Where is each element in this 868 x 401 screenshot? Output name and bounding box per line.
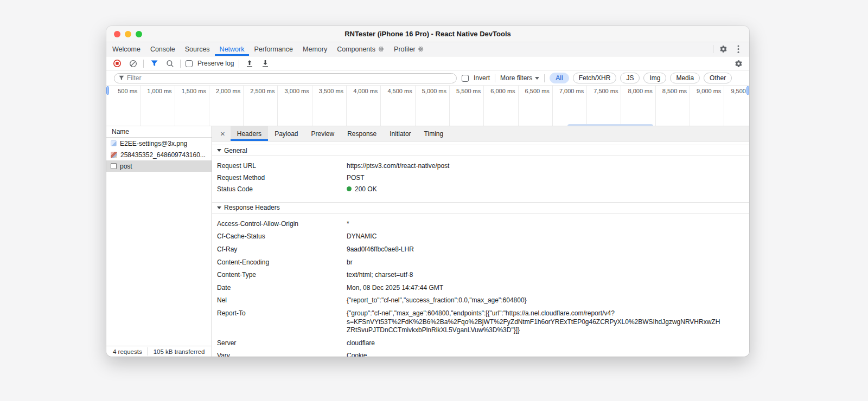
divider: [495, 74, 495, 82]
image-thumbnail-icon: [111, 152, 117, 158]
close-detail-icon[interactable]: ×: [212, 126, 231, 141]
window-titlebar: RNTester (iPhone 16 Pro) - React Native …: [106, 26, 749, 42]
tab-performance[interactable]: Performance: [249, 42, 298, 56]
header-row: Cf-Ray 9aad0f46ffbc0ae8-LHR: [212, 243, 749, 256]
divider: [544, 74, 545, 82]
devtools-settings-gear-icon[interactable]: [718, 44, 729, 55]
timeline-tick: 4,500 ms: [381, 86, 415, 126]
header-row: Report-To {"group":"cf-nel","max_age":60…: [212, 307, 749, 337]
timeline-left-handle[interactable]: [106, 86, 109, 95]
react-logo-icon: [418, 46, 424, 53]
request-list-panel: Name E2EE-settings@3x.png 258435352_6486…: [106, 126, 212, 357]
timeline-tick: 1,000 ms: [141, 86, 175, 126]
status-code-value: 200 OK: [355, 185, 377, 193]
divider: [180, 60, 181, 68]
divider: [143, 60, 144, 68]
header-row: Date Mon, 08 Dec 2025 14:47:44 GMT: [212, 282, 749, 295]
chip-img[interactable]: Img: [643, 73, 666, 83]
timeline-tick: 8,500 ms: [656, 86, 690, 126]
timeline-tick: 3,500 ms: [312, 86, 347, 126]
tab-console[interactable]: Console: [145, 42, 180, 56]
detail-tab-initiator[interactable]: Initiator: [383, 126, 417, 141]
filter-input[interactable]: [127, 74, 452, 82]
clear-network-log-icon[interactable]: [127, 58, 138, 69]
request-row-selected[interactable]: post: [106, 160, 212, 172]
response-headers-section-header[interactable]: Response Headers: [212, 202, 749, 214]
filter-funnel-icon[interactable]: [149, 58, 159, 69]
waterfall-bar-post-gray: [569, 126, 648, 126]
chip-other[interactable]: Other: [704, 73, 732, 83]
tab-memory[interactable]: Memory: [298, 42, 332, 56]
chip-all[interactable]: All: [550, 73, 569, 83]
filter-input-box[interactable]: [114, 73, 457, 83]
tab-sources[interactable]: Sources: [180, 42, 215, 56]
divider: [148, 347, 148, 355]
record-network-log-button[interactable]: [112, 58, 123, 69]
timeline-tick: 9,000 ms: [690, 86, 724, 126]
timeline-tick: 7,000 ms: [553, 86, 587, 126]
request-type-chips: All Fetch/XHR JS Img Media Other: [550, 73, 732, 83]
export-har-icon[interactable]: [260, 58, 271, 69]
header-row: Request URL https://ptsv3.com/t/react-na…: [212, 160, 749, 172]
request-count: 4 requests: [113, 348, 142, 355]
detail-tab-headers[interactable]: Headers: [231, 126, 268, 141]
react-logo-icon: [378, 46, 384, 53]
preserve-log-label: Preserve log: [197, 60, 234, 67]
general-section-header[interactable]: General: [212, 145, 749, 156]
tab-network[interactable]: Network: [215, 42, 250, 56]
timeline-tick: 8,000 ms: [621, 86, 655, 126]
timeline-right-handle[interactable]: [746, 86, 749, 95]
timeline-tick: 2,000 ms: [209, 86, 244, 126]
main-tabbar: Welcome Console Sources Network Performa…: [106, 42, 749, 56]
detail-tab-payload[interactable]: Payload: [268, 126, 304, 141]
search-icon[interactable]: [164, 58, 175, 69]
timeline-tick: 6,500 ms: [519, 86, 553, 126]
network-overview-timeline[interactable]: 500 ms 1,000 ms 1,500 ms 2,000 ms 2,500 …: [106, 86, 749, 126]
status-ok-dot: [347, 186, 352, 191]
disclosure-triangle-icon: [217, 206, 221, 209]
request-row[interactable]: 258435352_648609743160...: [106, 149, 212, 160]
detail-tab-timing[interactable]: Timing: [418, 126, 450, 141]
timeline-tick: 5,000 ms: [416, 86, 450, 126]
tab-profiler[interactable]: Profiler: [389, 42, 429, 56]
request-url-value[interactable]: https://ptsv3.com/t/react-native/post: [347, 162, 749, 171]
response-header-rows: Access-Control-Allow-Origin * Cf-Cache-S…: [212, 214, 749, 357]
detail-tab-response[interactable]: Response: [341, 126, 383, 141]
tab-welcome[interactable]: Welcome: [107, 42, 145, 56]
chevron-down-icon: [535, 77, 539, 80]
kebab-menu-icon[interactable]: [733, 44, 744, 55]
request-row[interactable]: E2EE-settings@3x.png: [106, 138, 212, 149]
timeline-tick: 3,000 ms: [278, 86, 312, 126]
timeline-tick: 5,500 ms: [450, 86, 484, 126]
header-row: Cf-Cache-Status DYNAMIC: [212, 230, 749, 243]
header-row: Access-Control-Allow-Origin *: [212, 218, 749, 231]
network-settings-gear-icon[interactable]: [733, 58, 744, 69]
chip-media[interactable]: Media: [670, 73, 700, 83]
more-filters-dropdown[interactable]: More filters: [500, 74, 539, 82]
invert-checkbox[interactable]: [462, 75, 469, 82]
tab-components[interactable]: Components: [332, 42, 389, 56]
network-toolbar: Preserve log: [106, 56, 749, 71]
devtools-window: RNTester (iPhone 16 Pro) - React Native …: [106, 26, 749, 357]
header-row: Content-Encoding br: [212, 256, 749, 269]
chip-js[interactable]: JS: [620, 73, 640, 83]
timeline-tick: 2,500 ms: [244, 86, 278, 126]
headers-content: General Request URL https://ptsv3.com/t/…: [212, 141, 749, 357]
detail-tabbar: × Headers Payload Preview Response Initi…: [212, 126, 749, 141]
window-title: RNTester (iPhone 16 Pro) - React Native …: [106, 30, 749, 38]
preserve-log-checkbox[interactable]: [186, 60, 193, 67]
header-row: Status Code 200 OK: [212, 184, 749, 196]
import-har-icon[interactable]: [244, 58, 255, 69]
disclosure-triangle-icon: [217, 149, 221, 152]
network-filter-row: Invert More filters All Fetch/XHR JS Img…: [106, 71, 749, 86]
name-column-header[interactable]: Name: [106, 126, 212, 138]
timeline-tick: 6,000 ms: [484, 86, 518, 126]
chip-fetch-xhr[interactable]: Fetch/XHR: [573, 73, 617, 83]
header-row: Nel {"report_to":"cf-nel","success_fract…: [212, 294, 749, 307]
header-row: Server cloudflare: [212, 337, 749, 350]
divider: [713, 45, 713, 53]
header-row: Vary Cookie: [212, 350, 749, 357]
detail-tab-preview[interactable]: Preview: [305, 126, 341, 141]
network-status-bar: 4 requests 105 kB transferred: [106, 346, 212, 357]
general-rows: Request URL https://ptsv3.com/t/react-na…: [212, 156, 749, 202]
